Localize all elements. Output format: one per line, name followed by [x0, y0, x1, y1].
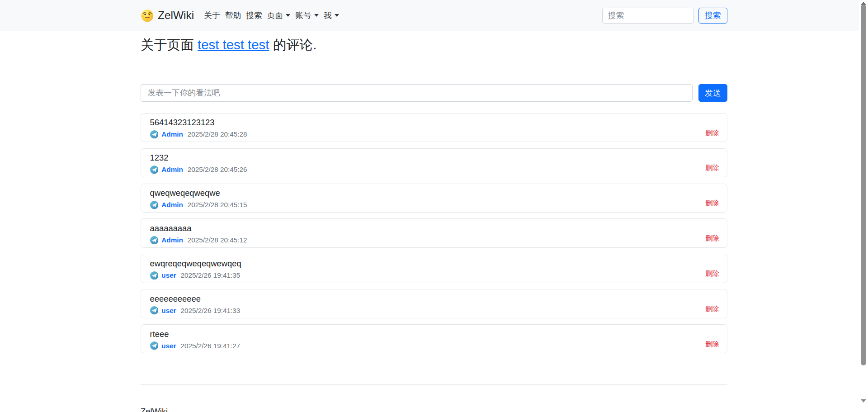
nav-link-账号[interactable]: 账号 [294, 7, 320, 24]
comment-meta: Admin 2025/2/28 20:45:12 [150, 236, 247, 245]
nav-link-我[interactable]: 我 [322, 7, 340, 24]
comment-text: aaaaaaaaa [150, 223, 247, 234]
comment-body: 1232 Admin 2025/2/28 20:45:26 [150, 152, 247, 174]
nav-link-页面[interactable]: 页面 [266, 7, 291, 24]
comment-composer: 发送 [141, 84, 727, 102]
nav-link-帮助[interactable]: 帮助 [224, 7, 242, 24]
caret-down-icon [335, 14, 339, 17]
comment-text: rteee [150, 329, 241, 340]
navbar-search-button[interactable]: 搜索 [698, 8, 727, 24]
comment-text: 56414323123123 [150, 117, 247, 128]
delete-comment-link[interactable]: 删除 [705, 304, 719, 315]
delete-comment-link[interactable]: 删除 [705, 234, 719, 244]
user-avatar-icon [150, 271, 158, 279]
delete-comment-link[interactable]: 删除 [705, 128, 719, 139]
brand-text: ZelWiki [158, 9, 194, 22]
comment-body: eeeeeeeeeee user 2025/2/26 19:41:33 [150, 294, 241, 315]
comment-text: 1232 [150, 152, 247, 163]
comment-body: ewqreqeqweqeqwewqeq user 2025/2/26 19:41… [150, 258, 241, 280]
navbar-search-form: 搜索 [602, 8, 727, 24]
page-title: 关于页面test test test的评论. [141, 37, 727, 53]
comment-body: qweqweqeqweqwe Admin 2025/2/28 20:45:15 [150, 188, 247, 209]
comment-author-link[interactable]: user [161, 307, 176, 315]
comment-input[interactable] [141, 84, 693, 102]
comment-timestamp: 2025/2/28 20:45:12 [188, 236, 247, 244]
nav-link-搜索[interactable]: 搜索 [245, 7, 263, 24]
user-avatar-icon [150, 341, 158, 350]
caret-down-icon [314, 14, 319, 17]
comments-list: 56414323123123 Admin 2025/2/28 20:45:28 … [141, 113, 727, 354]
comment-author-link[interactable]: Admin [161, 236, 183, 244]
comment-author-link[interactable]: user [161, 342, 176, 350]
comment-meta: user 2025/2/26 19:41:27 [150, 341, 241, 350]
comment-author-link[interactable]: Admin [161, 201, 183, 209]
page-title-prefix: 关于页面 [141, 37, 194, 52]
comment-timestamp: 2025/2/26 19:41:35 [180, 271, 240, 279]
delete-comment-link[interactable]: 删除 [705, 340, 719, 350]
comment-meta: Admin 2025/2/28 20:45:15 [150, 200, 247, 209]
comment-timestamp: 2025/2/28 20:45:15 [188, 201, 247, 209]
delete-comment-link[interactable]: 删除 [705, 269, 719, 279]
comment-card: 1232 Admin 2025/2/28 20:45:26 删除 [141, 148, 727, 177]
page-title-suffix: 的评论. [273, 37, 316, 52]
comment-meta: Admin 2025/2/28 20:45:28 [150, 130, 247, 139]
comment-meta: user 2025/2/26 19:41:33 [150, 306, 241, 315]
nav-link-关于[interactable]: 关于 [203, 7, 221, 24]
comment-author-link[interactable]: Admin [161, 166, 183, 174]
user-avatar-icon [150, 306, 158, 314]
scrollbar-down-arrow-icon[interactable] [861, 399, 866, 403]
comment-card: aaaaaaaaa Admin 2025/2/28 20:45:12 删除 [141, 218, 727, 247]
page-title-link[interactable]: test test test [198, 37, 269, 52]
brand-link[interactable]: ZelWiki [141, 9, 194, 22]
comment-body: rteee user 2025/2/26 19:41:27 [150, 329, 241, 350]
comment-timestamp: 2025/2/28 20:45:28 [188, 130, 247, 138]
comment-author-link[interactable]: Admin [161, 130, 183, 138]
delete-comment-link[interactable]: 删除 [705, 163, 719, 174]
top-navbar: ZelWiki 关于帮助搜索页面账号我 搜索 [0, 0, 868, 31]
comment-text: ewqreqeqweqeqwewqeq [150, 258, 241, 269]
main-nav: 关于帮助搜索页面账号我 [203, 7, 340, 24]
comment-card: 56414323123123 Admin 2025/2/28 20:45:28 … [141, 113, 727, 142]
comment-meta: Admin 2025/2/28 20:45:26 [150, 165, 247, 174]
main-content: 关于页面test test test的评论. 发送 56414323123123… [141, 37, 727, 412]
comment-text: qweqweqeqweqwe [150, 188, 247, 199]
footer-brand: ZelWiki [141, 407, 727, 412]
send-comment-button[interactable]: 发送 [698, 84, 727, 102]
page: ZelWiki 关于帮助搜索页面账号我 搜索 关于页面test test tes… [0, 0, 868, 412]
comment-card: qweqweqeqweqwe Admin 2025/2/28 20:45:15 … [141, 184, 727, 213]
navbar-search-input[interactable] [602, 8, 694, 24]
delete-comment-link[interactable]: 删除 [705, 199, 719, 209]
comment-timestamp: 2025/2/28 20:45:26 [188, 166, 247, 174]
comment-timestamp: 2025/2/26 19:41:33 [180, 307, 240, 315]
comment-card: ewqreqeqweqeqwewqeq user 2025/2/26 19:41… [141, 254, 727, 283]
comment-meta: user 2025/2/26 19:41:35 [150, 271, 241, 280]
user-avatar-icon [150, 130, 158, 138]
user-avatar-icon [150, 236, 158, 244]
smiley-logo-icon [141, 9, 154, 22]
footer-divider [141, 384, 727, 384]
vertical-scrollbar [859, 0, 868, 412]
comment-body: 56414323123123 Admin 2025/2/28 20:45:28 [150, 117, 247, 139]
user-avatar-icon [150, 201, 158, 209]
comment-author-link[interactable]: user [161, 271, 176, 279]
comment-card: rteee user 2025/2/26 19:41:27 删除 [141, 324, 727, 353]
comment-text: eeeeeeeeeee [150, 294, 241, 304]
comment-card: eeeeeeeeeee user 2025/2/26 19:41:33 删除 [141, 289, 727, 318]
comment-timestamp: 2025/2/26 19:41:27 [180, 342, 240, 350]
scrollbar-thumb[interactable] [861, 5, 866, 365]
comment-body: aaaaaaaaa Admin 2025/2/28 20:45:12 [150, 223, 247, 245]
caret-down-icon [286, 14, 290, 17]
user-avatar-icon [150, 166, 158, 174]
